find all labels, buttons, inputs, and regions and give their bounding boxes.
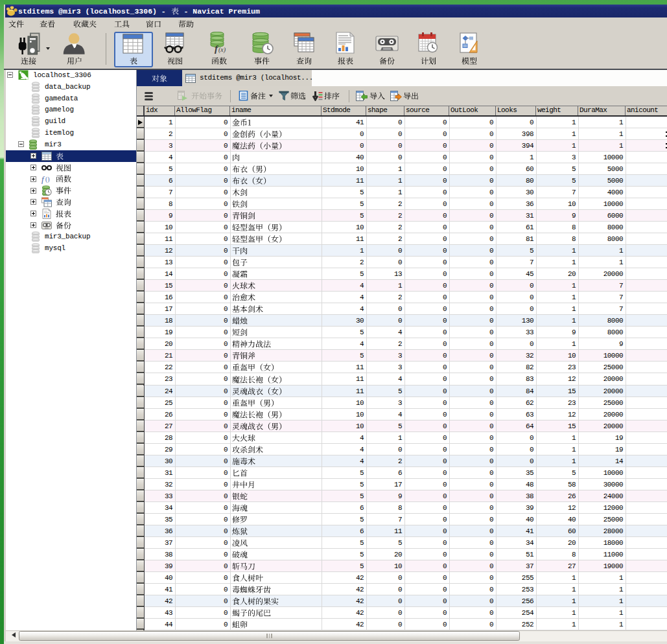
svg-text:(): () [45,176,49,183]
svg-text:(x): (x) [218,46,226,54]
